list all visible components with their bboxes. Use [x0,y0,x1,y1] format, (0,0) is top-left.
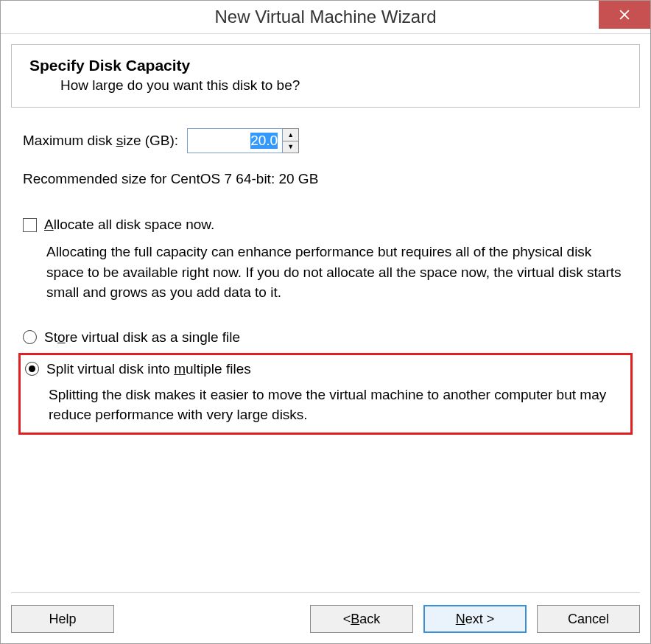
close-button[interactable] [599,1,650,29]
recommended-size-text: Recommended size for CentOS 7 64-bit: 20… [23,171,628,187]
help-button[interactable]: Help [11,605,114,633]
disk-size-label: Maximum disk size (GB): [23,133,178,149]
window-title: New Virtual Machine Wizard [215,7,437,27]
disk-size-input[interactable] [187,128,283,153]
allocate-now-row[interactable]: Allocate all disk space now. [23,217,628,233]
allocate-now-description: Allocating the full capacity can enhance… [23,242,628,303]
disk-size-row: Maximum disk size (GB): ▲ ▼ [23,128,628,153]
step-subtitle: How large do you want this disk to be? [29,77,622,94]
close-icon [619,10,630,20]
step-title: Specify Disk Capacity [29,57,622,74]
store-split-label: Split virtual disk into multiple files [46,361,251,377]
next-button[interactable]: Next > [423,605,527,633]
titlebar: New Virtual Machine Wizard [1,1,650,34]
disk-size-spinner: ▲ ▼ [187,128,299,153]
content: Specify Disk Capacity How large do you w… [1,34,650,442]
store-split-radio[interactable] [25,362,39,376]
store-split-row[interactable]: Split virtual disk into multiple files [25,361,626,377]
store-single-label: Store virtual disk as a single file [44,329,240,346]
header-panel: Specify Disk Capacity How large do you w… [11,44,640,108]
store-split-description: Splitting the disk makes it easier to mo… [25,385,626,425]
back-button[interactable]: < Back [310,605,413,633]
store-single-row[interactable]: Store virtual disk as a single file [23,329,628,346]
store-single-radio[interactable] [23,330,37,344]
footer: Help < Back Next > Cancel [11,592,640,633]
allocate-now-label: Allocate all disk space now. [44,217,214,233]
split-option-highlight: Split virtual disk into multiple files S… [18,353,633,435]
cancel-button[interactable]: Cancel [537,605,640,633]
allocate-now-checkbox[interactable] [23,218,37,232]
wizard-window: New Virtual Machine Wizard Specify Disk … [0,0,651,644]
main-panel: Maximum disk size (GB): ▲ ▼ Recommended … [11,108,640,442]
spinner-up-button[interactable]: ▲ [283,129,298,141]
spinner-down-button[interactable]: ▼ [283,141,298,153]
